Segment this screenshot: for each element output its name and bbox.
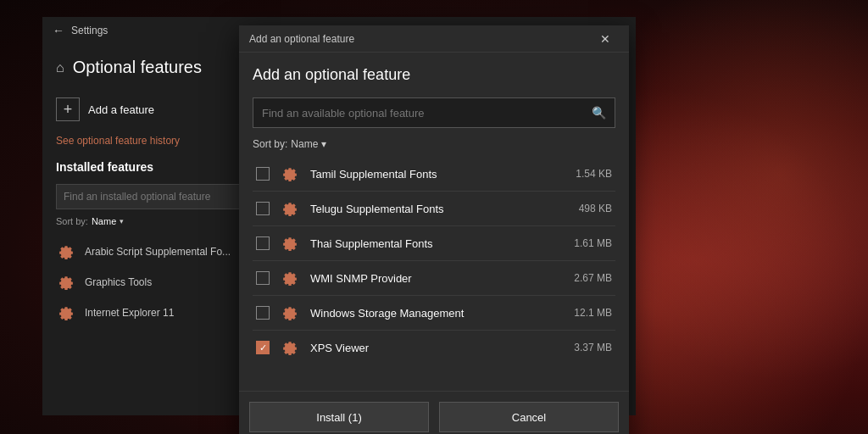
item-checkbox-5[interactable] [256,341,270,354]
gear-icon [282,166,298,181]
item-size-1: 498 KB [579,203,612,214]
modal-feature-list: Tamil Supplemental Fonts 1.54 KB Telugu … [253,157,615,377]
item-size-4: 12.1 MB [574,307,612,319]
item-name-3: WMI SNMP Provider [310,272,564,285]
item-icon-3 [280,268,300,288]
item-size-0: 1.54 KB [576,168,612,180]
modal-list-item: Thai Supplemental Fonts 1.61 MB [253,226,615,261]
item-name-5: XPS Viewer [310,342,564,354]
item-name-0: Tamil Supplemental Fonts [310,168,565,181]
gear-icon [282,305,298,320]
item-icon-1 [280,198,300,219]
modal-title-bar: Add an optional feature ✕ [239,25,629,53]
item-checkbox-1[interactable] [256,202,270,215]
item-name-2: Thai Supplemental Fonts [310,237,564,250]
modal-close-button[interactable]: ✕ [592,25,619,53]
modal-overlay: Add an optional feature ✕ Add an optiona… [0,0,868,434]
modal-search-button[interactable]: 🔍 [592,106,606,120]
modal-sort-value: Name [291,138,318,150]
modal-list-item: Telugu Supplemental Fonts 498 KB [253,192,615,226]
modal-list-item: Windows Storage Management 12.1 MB [253,296,615,331]
modal-search-row: 🔍 [253,97,615,128]
modal-list-item: WMI SNMP Provider 2.67 MB [253,261,615,296]
cancel-button[interactable]: Cancel [439,402,619,432]
item-icon-2 [280,233,300,253]
item-icon-5 [280,337,300,358]
item-checkbox-0[interactable] [256,167,270,181]
modal-heading: Add an optional feature [253,66,615,84]
item-name-1: Telugu Supplemental Fonts [310,203,569,215]
add-feature-modal: Add an optional feature ✕ Add an optiona… [239,25,629,434]
modal-title-text: Add an optional feature [249,33,354,45]
item-checkbox-2[interactable] [256,236,270,250]
gear-icon [282,270,298,286]
modal-sort-chevron-icon[interactable]: ▾ [321,138,326,150]
item-checkbox-3[interactable] [256,271,270,285]
modal-body: Add an optional feature 🔍 Sort by: Name … [239,53,629,391]
item-icon-0 [280,164,300,184]
item-name-4: Windows Storage Management [310,307,564,320]
modal-list-item: XPS Viewer 3.37 MB [253,331,615,364]
gear-icon [282,236,298,251]
item-checkbox-4[interactable] [256,306,270,320]
modal-search-input[interactable] [262,107,592,120]
gear-icon [282,340,298,355]
gear-icon [282,201,298,216]
install-button[interactable]: Install (1) [249,402,429,432]
item-size-3: 2.67 MB [574,272,612,284]
item-size-5: 3.37 MB [574,342,612,353]
item-icon-4 [280,303,300,323]
modal-sort-label: Sort by: [253,138,287,150]
modal-sort-bar: Sort by: Name ▾ [253,138,615,150]
item-size-2: 1.61 MB [574,237,612,249]
modal-footer: Install (1) Cancel [239,391,629,434]
modal-list-item: Tamil Supplemental Fonts 1.54 KB [253,157,615,192]
